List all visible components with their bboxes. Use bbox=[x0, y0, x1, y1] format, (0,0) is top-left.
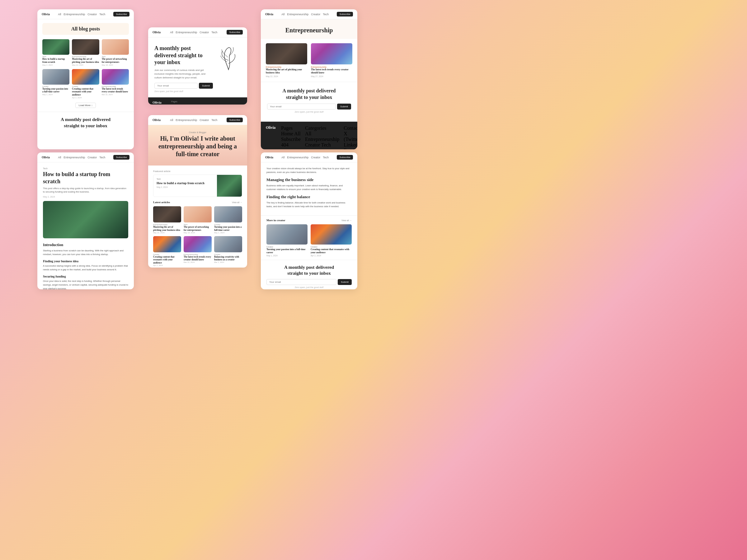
post-item-3[interactable]: Tech The power of networking for entrepr… bbox=[102, 39, 129, 66]
latest-title-6: Balancing creativity with business as a … bbox=[214, 256, 242, 262]
latest-item-5[interactable]: Entrepreneurship The latest tech trends … bbox=[184, 236, 212, 266]
nav-links-card4: All Entrepreneurship Creator Tech bbox=[58, 156, 105, 159]
more-item-1[interactable]: Creator Turning your passion into a full… bbox=[266, 224, 308, 257]
latest-header: Latest articles View all → bbox=[153, 201, 242, 204]
nav3-creator[interactable]: Creator bbox=[200, 118, 209, 122]
load-more-section: Load More ↓ bbox=[42, 102, 129, 108]
hero-section: A monthly post delivered straight to you… bbox=[148, 37, 247, 97]
cat-header: Entrepreneurship bbox=[261, 19, 357, 39]
latest-item-6[interactable]: Creator Balancing creativity with busine… bbox=[214, 236, 242, 266]
nav2-tech[interactable]: Tech bbox=[211, 31, 217, 34]
section-securing-body: Once your idea is solid, the next step i… bbox=[43, 279, 128, 290]
footer5-linkedin[interactable]: LinkedIn bbox=[344, 142, 357, 148]
section-introduction-body: Starting a business from scratch can be … bbox=[43, 249, 128, 256]
footer5-all[interactable]: All bbox=[294, 131, 300, 136]
nav6-creator[interactable]: Creator bbox=[311, 156, 320, 159]
nav6-all[interactable]: All bbox=[281, 156, 284, 159]
nav5-creator[interactable]: Creator bbox=[311, 13, 320, 16]
latest-title-1: Mastering the art of pitching your busin… bbox=[153, 225, 181, 232]
latest-date-4: Apr 2, 2024 bbox=[153, 264, 181, 266]
submit-button[interactable]: Submit bbox=[199, 83, 213, 89]
article-content: Your creative vision should always be at… bbox=[261, 162, 357, 215]
featured-article[interactable]: Tech How to build a startup from scratch… bbox=[153, 175, 242, 197]
nav2-entrepreneurship[interactable]: Entrepreneurship bbox=[176, 31, 197, 34]
post-item-5[interactable]: Creator Creating content that resonates … bbox=[72, 69, 99, 99]
cat-title: Entrepreneurship bbox=[267, 27, 351, 34]
nl-form-card5: Submit bbox=[267, 104, 351, 109]
latest-item-3[interactable]: Creator Turning your passion into a full… bbox=[214, 206, 242, 234]
nl-submit-card5[interactable]: Submit bbox=[337, 104, 351, 109]
nav5-tech[interactable]: Tech bbox=[323, 13, 329, 16]
nav6-tech[interactable]: Tech bbox=[323, 156, 329, 159]
nav4-tech[interactable]: Tech bbox=[99, 156, 105, 159]
post-thumb-1 bbox=[42, 39, 70, 55]
more-item-img-2 bbox=[311, 224, 352, 244]
post-item-2[interactable]: Entrepreneurship Mastering the art of pi… bbox=[72, 39, 99, 66]
subscribe-button-card1[interactable]: Subscribe bbox=[113, 12, 129, 17]
nav4-creator[interactable]: Creator bbox=[87, 156, 97, 159]
latest-date-5: Mar 22, 2024 bbox=[184, 261, 212, 263]
more-label: More in creator bbox=[266, 219, 285, 222]
article-nl-form: Submit bbox=[266, 279, 352, 285]
footer5-cat-all[interactable]: All bbox=[305, 131, 311, 136]
subscribe-button-card5[interactable]: Subscribe bbox=[337, 12, 353, 17]
brand-logo-card2: Olivia bbox=[153, 30, 161, 34]
nav2-all[interactable]: All bbox=[170, 31, 173, 34]
latest-item-2[interactable]: Tech The power of networking for entrepr… bbox=[184, 206, 212, 234]
more-view-all[interactable]: View all → bbox=[341, 219, 352, 221]
nl-section-card5: A monthly post deliveredstraight to your… bbox=[261, 82, 357, 122]
nav2-creator[interactable]: Creator bbox=[200, 31, 209, 34]
cat-post-2[interactable]: Entrepreneurship The latest tech trends … bbox=[311, 43, 352, 77]
footer5-cat-tech[interactable]: Tech bbox=[321, 142, 331, 148]
nav-tech[interactable]: Tech bbox=[99, 13, 105, 16]
post-item-6[interactable]: Entrepreneurship The latest tech trends … bbox=[102, 69, 129, 99]
cat-post-date-2: May 27, 2024 bbox=[311, 75, 352, 77]
cat-post-1[interactable]: Entrepreneurship Mastering the art of pi… bbox=[266, 43, 307, 77]
nav4-entrepreneurship[interactable]: Entrepreneurship bbox=[63, 156, 85, 159]
cat-post-date-1: May 22, 2024 bbox=[266, 75, 307, 77]
more-item-2[interactable]: Creator Creating content that resonates … bbox=[311, 224, 352, 257]
footer5-404[interactable]: 404 bbox=[281, 142, 288, 148]
view-all-button[interactable]: View all → bbox=[232, 201, 242, 204]
footer-page-home[interactable]: Home bbox=[171, 104, 188, 105]
subscribe-button-card4[interactable]: Subscribe bbox=[113, 155, 129, 160]
more-item-title-2: Creating content that resonates with you… bbox=[311, 248, 352, 255]
nav3-entrepreneurship[interactable]: Entrepreneurship bbox=[176, 118, 197, 122]
footer5-cat-creator[interactable]: Creator bbox=[305, 142, 320, 148]
nl-email-input-card5[interactable] bbox=[267, 104, 336, 109]
nav-entrepreneurship[interactable]: Entrepreneurship bbox=[63, 13, 85, 16]
post-item-1[interactable]: Tech How to build a startup from scratch… bbox=[42, 39, 70, 66]
latest-img-4 bbox=[153, 236, 181, 252]
footer5-twitter[interactable]: X (Twitter) bbox=[344, 131, 357, 142]
nl-title-card5: A monthly post deliveredstraight to your… bbox=[267, 88, 351, 101]
footer5-cat-entrepreneurship[interactable]: Entrepreneurship bbox=[305, 137, 339, 142]
nav3-tech[interactable]: Tech bbox=[211, 118, 217, 122]
latest-img-3 bbox=[214, 206, 242, 222]
nav6-entrepreneurship[interactable]: Entrepreneurship bbox=[287, 156, 308, 159]
article-nl-email[interactable] bbox=[266, 279, 336, 285]
hero-description: Join our community of curious minds and … bbox=[154, 69, 213, 80]
article-nl-spam: Zero spam, just the good stuff bbox=[266, 286, 352, 288]
load-more-button[interactable]: Load More ↓ bbox=[75, 103, 96, 108]
latest-item-4[interactable]: Creator Creating content that resonates … bbox=[153, 236, 181, 266]
post-thumb-3 bbox=[102, 39, 129, 55]
nav5-all[interactable]: All bbox=[281, 13, 284, 16]
footer5-email[interactable]: Email us bbox=[344, 148, 357, 149]
article-nl-title: A monthly post deliveredstraight to your… bbox=[266, 264, 352, 276]
subscribe-button-card6[interactable]: Subscribe bbox=[337, 155, 353, 160]
nav-all[interactable]: All bbox=[58, 13, 61, 16]
post-item-4[interactable]: Creator Turning your passion into a full… bbox=[42, 69, 70, 99]
subscribe-button-card2[interactable]: Subscribe bbox=[227, 30, 243, 34]
nav5-entrepreneurship[interactable]: Entrepreneurship bbox=[287, 13, 308, 16]
latest-item-1[interactable]: Entrepreneurship Mastering the art of pi… bbox=[153, 206, 181, 234]
nav3-all[interactable]: All bbox=[170, 118, 173, 122]
email-input[interactable] bbox=[154, 83, 198, 89]
footer-logo-card5: Olivia bbox=[266, 125, 277, 130]
post-date-1: May 2, 2024 bbox=[42, 64, 70, 66]
article-nl-submit[interactable]: Submit bbox=[338, 279, 352, 285]
subscribe-button-card3[interactable]: Subscribe bbox=[227, 117, 243, 122]
nav-creator[interactable]: Creator bbox=[87, 13, 97, 16]
footer5-home[interactable]: Home bbox=[281, 131, 293, 136]
footer5-subscribe[interactable]: Subscribe bbox=[281, 137, 301, 142]
nav4-all[interactable]: All bbox=[58, 156, 61, 159]
